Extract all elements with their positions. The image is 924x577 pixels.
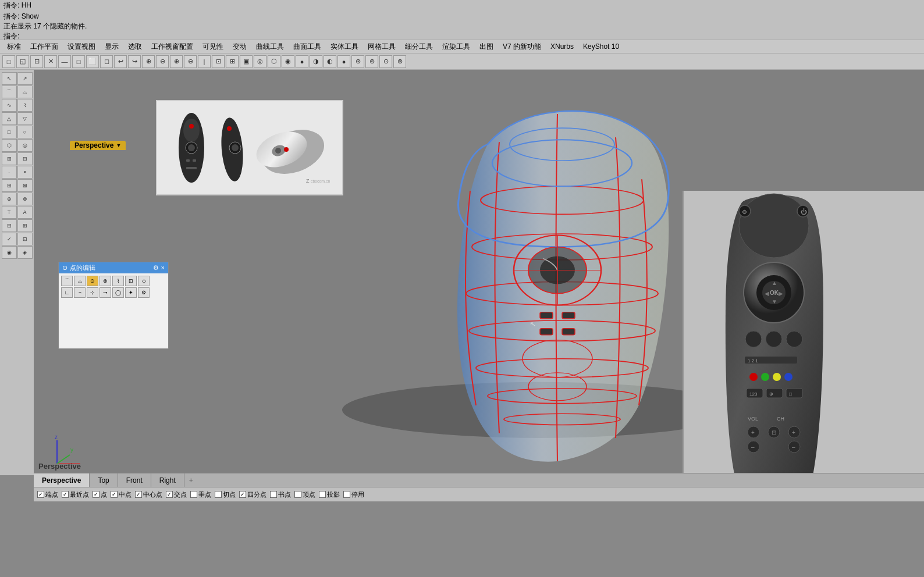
menu-item-16[interactable]: XNurbs (546, 41, 578, 52)
toolbar-btn-10[interactable]: ⊕ (142, 55, 155, 68)
menu-item-14[interactable]: 出图 (475, 41, 498, 53)
toolbar-btn-14[interactable]: | (198, 55, 211, 68)
lt-btn-tool2[interactable]: ⌓ (17, 86, 33, 98)
main-viewport[interactable]: Perspective ▼ (34, 70, 924, 475)
toolbar-btn-8[interactable]: ↩ (114, 55, 127, 68)
lt-btn-draw1[interactable]: △ (2, 112, 17, 125)
check-quadrant-box[interactable] (239, 491, 246, 498)
check-endpoint[interactable]: 端点 (37, 490, 58, 499)
menu-item-12[interactable]: 细分工具 (400, 41, 438, 53)
tab-add-button[interactable]: + (184, 475, 198, 486)
toolbar-btn-2[interactable]: ⊡ (30, 55, 43, 68)
lt-btn-curve2[interactable]: ⌇ (17, 99, 33, 112)
pe-close-icon[interactable]: × (161, 264, 165, 272)
check-tangent-box[interactable] (215, 491, 222, 498)
menu-item-4[interactable]: 选取 (123, 41, 147, 53)
tab-right[interactable]: Right (151, 473, 184, 487)
lt-btn-curve1[interactable]: ∿ (2, 99, 17, 112)
toolbar-btn-7[interactable]: ◻ (100, 55, 113, 68)
check-disable-box[interactable] (343, 491, 350, 498)
check-endpoint-box[interactable] (37, 491, 44, 498)
toolbar-btn-20[interactable]: ◉ (282, 55, 294, 68)
lt-btn-grid1[interactable]: ⊟ (2, 219, 17, 232)
toolbar-btn-24[interactable]: ● (337, 55, 350, 68)
menu-item-2[interactable]: 设置视图 (63, 41, 100, 53)
pe-icon-11[interactable]: ⊸ (99, 287, 111, 298)
toolbar-btn-4[interactable]: — (58, 55, 71, 68)
check-tangent[interactable]: 切点 (215, 490, 236, 499)
lt-btn-dim1[interactable]: ⊞ (2, 152, 17, 165)
tab-perspective[interactable]: Perspective (34, 473, 90, 487)
lt-btn-misc1[interactable]: ◉ (2, 246, 17, 259)
menu-item-13[interactable]: 渲染工具 (438, 41, 475, 53)
lt-btn-mod1[interactable]: ⊕ (2, 193, 17, 205)
pe-icon-2[interactable]: ⌓ (74, 276, 86, 286)
menu-item-7[interactable]: 变动 (228, 41, 251, 53)
lt-btn-shape2[interactable]: ○ (17, 126, 33, 138)
toolbar-btn-23[interactable]: ◐ (324, 55, 336, 68)
toolbar-btn-16[interactable]: ⊞ (226, 55, 239, 68)
menu-item-15[interactable]: V7 的新功能 (498, 41, 546, 53)
toolbar-btn-27[interactable]: ⊙ (379, 55, 392, 68)
lt-btn-mesh2[interactable]: ⊠ (17, 179, 33, 192)
menu-item-3[interactable]: 显示 (100, 41, 123, 53)
menu-item-9[interactable]: 曲面工具 (289, 41, 326, 53)
toolbar-btn-3[interactable]: ✕ (44, 55, 57, 68)
check-centerpoint-box[interactable] (135, 491, 142, 498)
check-project-box[interactable] (319, 491, 326, 498)
check-midpoint[interactable]: 中点 (111, 490, 132, 499)
menu-item-17[interactable]: KeyShot 10 (578, 41, 624, 52)
tab-front[interactable]: Front (118, 473, 151, 487)
toolbar-btn-5[interactable]: □ (72, 55, 85, 68)
lt-btn-select2[interactable]: ↗ (17, 72, 33, 85)
toolbar-btn-9[interactable]: ↪ (128, 55, 141, 68)
menu-item-11[interactable]: 网格工具 (363, 41, 400, 53)
pe-icon-10[interactable]: ⊹ (87, 287, 98, 298)
lt-btn-select[interactable]: ↖ (2, 72, 17, 85)
check-quadrant[interactable]: 四分点 (239, 490, 266, 499)
toolbar-btn-25[interactable]: ⊛ (351, 55, 364, 68)
lt-btn-t2[interactable]: A (17, 206, 33, 219)
menu-item-10[interactable]: 实体工具 (326, 41, 363, 53)
check-nearest-box[interactable] (62, 491, 69, 498)
lt-btn-surf2[interactable]: ◎ (17, 139, 33, 152)
toolbar-btn-12[interactable]: ⊕ (170, 55, 183, 68)
toolbar-btn-0[interactable]: □ (2, 55, 15, 68)
lt-btn-mod2[interactable]: ⊗ (17, 193, 33, 205)
check-perpendicular-box[interactable] (190, 491, 197, 498)
check-point-box[interactable] (93, 491, 99, 498)
check-vertex[interactable]: 顶点 (294, 490, 315, 499)
lt-btn-pt2[interactable]: ∘ (17, 166, 33, 179)
check-intersection-box[interactable] (166, 491, 173, 498)
menu-item-5[interactable]: 工作视窗配置 (147, 41, 198, 53)
toolbar-btn-15[interactable]: ⊡ (212, 55, 225, 68)
pe-icon-3[interactable]: ⊙ (87, 276, 98, 286)
pe-icon-9[interactable]: ⌁ (74, 287, 86, 298)
pe-icon-5[interactable]: ⌇ (112, 276, 124, 286)
lt-btn-snap2[interactable]: ⊡ (17, 233, 33, 245)
check-bookpoint-box[interactable] (270, 491, 277, 498)
toolbar-btn-21[interactable]: ● (296, 55, 308, 68)
check-disable[interactable]: 停用 (343, 490, 364, 499)
check-midpoint-box[interactable] (111, 491, 118, 498)
lt-btn-pt1[interactable]: · (2, 166, 17, 179)
pe-icon-1[interactable]: ⌒ (61, 276, 73, 286)
pe-icon-4[interactable]: ⊗ (99, 276, 111, 286)
toolbar-btn-11[interactable]: ⊖ (156, 55, 169, 68)
tab-top[interactable]: Top (90, 473, 118, 487)
menu-item-0[interactable]: 标准 (2, 41, 26, 53)
lt-btn-t1[interactable]: T (2, 206, 17, 219)
check-centerpoint[interactable]: 中心点 (135, 490, 162, 499)
menu-item-8[interactable]: 曲线工具 (251, 41, 289, 53)
check-nearest[interactable]: 最近点 (62, 490, 89, 499)
check-perpendicular[interactable]: 垂点 (190, 490, 211, 499)
viewport-perspective-label[interactable]: Perspective ▼ (70, 141, 126, 150)
toolbar-btn-18[interactable]: ◎ (254, 55, 266, 68)
menu-item-1[interactable]: 工作平面 (26, 41, 63, 53)
toolbar-btn-19[interactable]: ⬡ (268, 55, 280, 68)
check-intersection[interactable]: 交点 (166, 490, 187, 499)
pe-icon-7[interactable]: ◇ (138, 276, 150, 286)
pe-icon-14[interactable]: ⚙ (138, 287, 150, 298)
toolbar-btn-13[interactable]: ⊖ (184, 55, 197, 68)
lt-btn-shape1[interactable]: □ (2, 126, 17, 138)
